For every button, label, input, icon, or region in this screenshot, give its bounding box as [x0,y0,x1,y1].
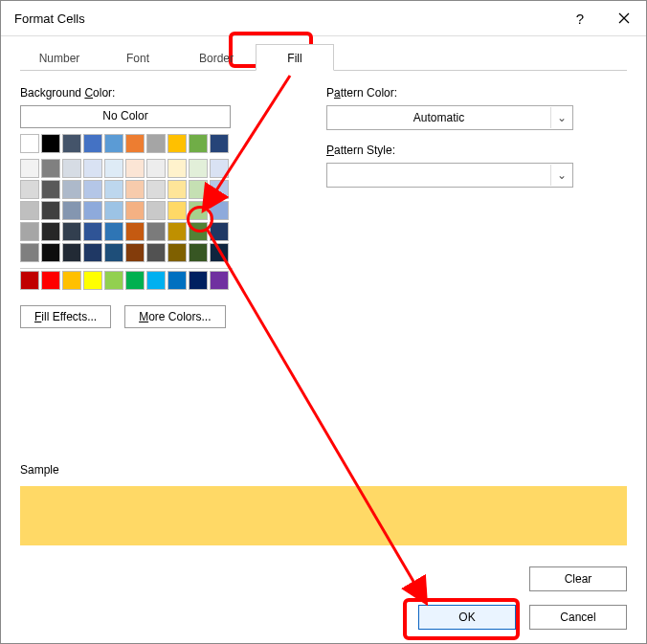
color-swatch[interactable] [83,134,102,153]
color-swatch[interactable] [189,222,208,241]
close-icon [618,12,630,24]
color-swatch[interactable] [62,271,81,290]
color-swatch[interactable] [189,159,208,178]
color-swatch[interactable] [83,180,102,199]
tab-number[interactable]: Number [20,44,99,71]
close-button[interactable] [602,1,646,35]
left-column: Background Color: No Color Fill Effects.… [20,86,326,328]
color-swatch[interactable] [146,243,166,262]
color-swatch[interactable] [41,159,60,178]
color-swatch[interactable] [167,134,187,153]
color-swatch[interactable] [125,159,145,178]
color-swatch[interactable] [83,271,102,290]
color-swatch[interactable] [146,159,166,178]
no-color-button[interactable]: No Color [20,105,231,128]
color-swatch[interactable] [125,134,145,153]
color-swatch[interactable] [189,180,208,199]
color-swatch[interactable] [104,222,123,241]
color-swatch[interactable] [167,271,187,290]
fill-effects-button[interactable]: Fill Effects... [20,305,111,328]
color-swatch[interactable] [62,201,81,220]
color-swatch[interactable] [167,243,187,262]
color-swatch[interactable] [146,271,166,290]
color-swatch[interactable] [210,134,229,153]
color-swatch[interactable] [20,243,39,262]
color-swatch[interactable] [62,222,81,241]
color-swatch[interactable] [189,271,208,290]
tab-border[interactable]: Border [177,44,256,71]
more-colors-button[interactable]: More Colors... [124,305,225,328]
color-swatch[interactable] [167,201,187,220]
color-swatch[interactable] [83,243,102,262]
color-swatch[interactable] [104,271,123,290]
format-cells-dialog: Format Cells ? NumberFontBorderFill Back… [0,0,647,644]
color-swatch[interactable] [20,180,39,199]
color-swatch[interactable] [125,243,145,262]
color-swatch[interactable] [41,134,60,153]
tab-fill[interactable]: Fill [256,44,334,71]
color-swatch[interactable] [41,201,60,220]
color-swatch[interactable] [210,222,229,241]
fill-pane: Background Color: No Color Fill Effects.… [20,71,627,328]
color-swatch[interactable] [104,134,123,153]
cancel-button[interactable]: Cancel [529,605,627,630]
color-swatch[interactable] [146,180,166,199]
color-swatch[interactable] [189,134,208,153]
color-swatch[interactable] [41,243,60,262]
tab-font[interactable]: Font [99,44,177,71]
color-swatch[interactable] [41,180,60,199]
color-swatch[interactable] [83,201,102,220]
color-swatch[interactable] [210,159,229,178]
sample-area: Sample Clear OK Cancel [20,463,627,630]
ok-button[interactable]: OK [418,605,516,630]
color-swatch[interactable] [20,201,39,220]
color-swatch[interactable] [104,243,123,262]
color-swatch[interactable] [62,243,81,262]
color-swatch[interactable] [167,222,187,241]
color-swatch[interactable] [210,271,229,290]
color-swatch[interactable] [210,201,229,220]
color-swatch[interactable] [189,201,208,220]
color-swatch[interactable] [62,159,81,178]
pattern-color-label: Pattern Color: [326,86,627,100]
clear-button[interactable]: Clear [529,566,627,591]
color-swatch[interactable] [125,271,145,290]
color-swatch[interactable] [83,222,102,241]
color-swatch[interactable] [210,243,229,262]
color-swatch[interactable] [125,180,145,199]
standard-colors-row [20,271,326,290]
color-swatch[interactable] [167,159,187,178]
right-column: Pattern Color: Automatic ⌄ Pattern Style… [326,86,627,328]
color-swatch[interactable] [41,222,60,241]
color-swatch[interactable] [125,201,145,220]
color-swatch[interactable] [146,134,166,153]
theme-tints [20,159,326,262]
color-swatch[interactable] [104,201,123,220]
color-swatch[interactable] [20,159,39,178]
chevron-down-icon: ⌄ [550,107,572,128]
color-swatch[interactable] [104,159,123,178]
color-swatch[interactable] [210,180,229,199]
pattern-style-dropdown[interactable]: ⌄ [326,163,573,188]
color-swatch[interactable] [189,243,208,262]
color-swatch[interactable] [20,222,39,241]
color-swatch[interactable] [62,134,81,153]
color-swatch[interactable] [41,271,60,290]
color-swatch[interactable] [62,180,81,199]
tab-bar: NumberFontBorderFill [20,44,627,71]
help-button[interactable]: ? [558,1,602,35]
pattern-color-dropdown[interactable]: Automatic ⌄ [326,105,573,130]
pattern-color-value: Automatic [327,111,550,124]
color-swatch[interactable] [20,134,39,153]
color-swatch[interactable] [146,222,166,241]
titlebar: Format Cells ? [1,1,646,36]
color-swatch[interactable] [167,180,187,199]
color-swatch[interactable] [125,222,145,241]
color-swatch[interactable] [83,159,102,178]
color-swatch[interactable] [104,180,123,199]
sample-preview [20,486,627,545]
color-swatch[interactable] [146,201,166,220]
color-swatch[interactable] [20,271,39,290]
theme-colors-row [20,134,326,153]
chevron-down-icon: ⌄ [550,165,572,186]
